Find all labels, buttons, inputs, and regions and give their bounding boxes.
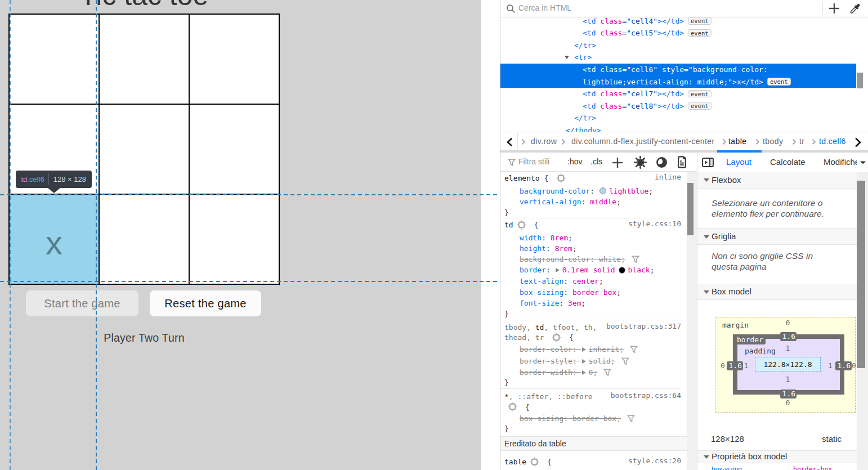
boxmodel-content-box[interactable]: 122.8×122.8 (755, 357, 821, 371)
markup-row[interactable]: <td class="cell4"></td>event (583, 17, 712, 27)
rule-selector[interactable]: elemento { (504, 173, 569, 183)
css-declaration[interactable]: font-size: 3em; (520, 298, 585, 308)
padding-left-value[interactable]: 1 (738, 361, 755, 370)
sidebar-scrollbar-thumb[interactable] (857, 181, 865, 368)
markup-scrollbar-thumb[interactable] (857, 73, 863, 88)
rule-source-link[interactable]: bootstrap.css:64 (611, 391, 681, 400)
breadcrumb-item-table[interactable]: table (728, 132, 746, 150)
padding-bottom-value[interactable]: 1 (780, 375, 797, 383)
markup-row[interactable]: </tr> (574, 112, 596, 124)
overridden-filter-icon[interactable] (630, 346, 638, 353)
event-badge[interactable]: event (688, 90, 712, 98)
breadcrumb-forward-icon[interactable] (855, 138, 861, 147)
css-declaration[interactable]: box-sizing: border-box; (520, 287, 621, 298)
rules-scrollbar-thumb[interactable] (687, 183, 693, 235)
breadcrumb-item-div[interactable]: div.row (531, 132, 557, 150)
rule-selector[interactable]: tbody, td, tfoot, th, (504, 322, 597, 333)
grid-section-header[interactable]: Griglia (697, 228, 857, 245)
grid-cell-0[interactable] (10, 15, 99, 104)
css-declaration[interactable]: border-color: inherit; (520, 344, 638, 355)
html-markup-tree[interactable]: <td class="cell4"></td>event<td class="c… (500, 17, 868, 132)
grid-cell-6[interactable]: x (10, 195, 99, 284)
css-declaration[interactable]: background-color: white; (520, 254, 639, 265)
css-declaration[interactable]: vertical-align: middle; (520, 196, 621, 207)
grid-cell-1[interactable] (100, 15, 189, 104)
rule-selector[interactable]: thead, tr { (504, 332, 574, 343)
margin-top-value[interactable]: 0 (780, 319, 797, 327)
tab-computed[interactable]: Calcolate (770, 153, 806, 171)
rule-selector[interactable]: *, ::after, ::before (504, 391, 593, 402)
inspector-search-bar[interactable]: Cerca in HTML (500, 0, 868, 17)
breadcrumb-item-tbody[interactable]: tbody (763, 132, 783, 150)
markup-row[interactable]: <tr> (574, 51, 592, 64)
overridden-filter-icon[interactable] (621, 357, 629, 365)
margin-right-value[interactable]: 0 (845, 361, 857, 370)
all-tabs-dropdown-icon[interactable] (860, 160, 866, 165)
markup-row[interactable]: <td class="cell8"></td>event (583, 100, 712, 113)
breadcrumb-item-td[interactable]: td.cell6 (819, 132, 846, 150)
markup-row[interactable]: <td class="cell5"></td>event (583, 27, 712, 39)
breadcrumb-back-icon[interactable] (507, 138, 512, 146)
event-badge[interactable]: event (688, 102, 712, 110)
filter-styles-placeholder[interactable]: Filtra stili (518, 153, 549, 171)
breadcrumb-item-tr[interactable]: tr (799, 132, 804, 150)
toggle-class-panel-button[interactable]: .cls (590, 153, 602, 171)
reset-game-button[interactable]: Reset the game (150, 290, 261, 316)
rule-selector[interactable]: td { (504, 220, 538, 230)
rule-source-link[interactable]: inline (655, 173, 681, 181)
tab-changes[interactable]: Modifiche (824, 153, 857, 171)
markup-row[interactable]: <td class="cell7"></td>event (583, 88, 712, 100)
event-badge[interactable]: event (688, 17, 712, 25)
print-simulation-icon[interactable] (677, 156, 687, 168)
css-declaration[interactable]: box-sizing: border-box; (520, 413, 635, 424)
breadcrumb-item-div[interactable]: div.column.d-flex.justify-content-center (571, 132, 715, 150)
css-declaration[interactable]: text-align: center; (520, 276, 603, 287)
markup-row[interactable]: </tbody> (566, 124, 601, 132)
boxmodel-section-header[interactable]: Box model (697, 284, 857, 300)
selector-highlighter-icon[interactable] (552, 333, 561, 342)
grid-cell-4[interactable] (100, 105, 189, 194)
expand-twisty-icon[interactable] (565, 56, 569, 59)
rule-source-link[interactable]: bootstrap.css:317 (606, 322, 681, 330)
css-declaration[interactable]: border-style: solid; (520, 356, 629, 366)
rule-selector[interactable]: table { (504, 456, 552, 467)
color-swatch[interactable] (619, 267, 625, 274)
tab-layout[interactable]: Layout (726, 153, 751, 171)
add-rule-icon[interactable] (612, 157, 623, 168)
event-badge[interactable]: event (767, 78, 791, 86)
rule-source-link[interactable]: style.css:10 (628, 220, 681, 228)
css-declaration[interactable]: width: 8rem; (520, 232, 572, 243)
markup-row[interactable]: </tr> (574, 39, 596, 52)
rule-source-link[interactable]: style.css:20 (628, 456, 681, 465)
css-declaration[interactable]: border: 0.1rem solidblack; (520, 265, 655, 275)
grid-cell-7[interactable] (100, 195, 189, 284)
selector-highlighter-icon[interactable] (556, 173, 566, 183)
boxmodel-props-header[interactable]: Proprietà box model (697, 450, 857, 463)
css-declaration[interactable]: border-width: 0; (520, 367, 611, 378)
eyedropper-icon[interactable] (849, 2, 861, 15)
color-swatch[interactable] (599, 187, 606, 194)
overridden-filter-icon[interactable] (627, 415, 635, 422)
grid-cell-8[interactable] (190, 195, 279, 284)
event-badge[interactable]: event (688, 29, 712, 37)
border-top-value[interactable]: 1.6 (780, 332, 797, 341)
light-scheme-simulation-icon[interactable] (633, 155, 647, 169)
grid-cell-5[interactable] (190, 105, 279, 194)
sidebar-toggle-icon[interactable] (702, 158, 714, 167)
start-game-button[interactable]: Start the game (26, 290, 138, 316)
selector-highlighter-icon[interactable] (508, 402, 517, 411)
expander-icon[interactable] (582, 347, 586, 352)
css-declaration[interactable]: height: 8rem; (520, 243, 577, 254)
add-node-icon[interactable] (829, 3, 840, 14)
padding-top-value[interactable]: 1 (780, 344, 797, 352)
css-declaration[interactable]: background-color: lightblue; (520, 186, 653, 196)
expander-icon[interactable] (582, 359, 586, 364)
overridden-filter-icon[interactable] (632, 256, 639, 263)
margin-bottom-value[interactable]: 0 (780, 399, 797, 407)
dark-scheme-simulation-icon[interactable] (656, 156, 668, 168)
selector-highlighter-icon[interactable] (530, 457, 539, 467)
flexbox-section-header[interactable]: Flexbox (697, 172, 857, 189)
overridden-filter-icon[interactable] (603, 369, 611, 376)
expander-icon[interactable] (556, 268, 560, 272)
rule-selector[interactable]: { (504, 402, 530, 413)
